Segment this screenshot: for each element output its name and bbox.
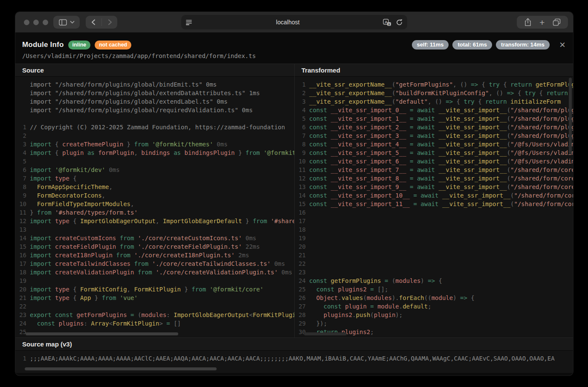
back-button[interactable]	[86, 18, 101, 26]
line-number: 14	[15, 234, 26, 242]
line-number: 21	[15, 294, 26, 302]
timing-total: total: 61ms	[452, 40, 492, 49]
navigation-group	[86, 16, 117, 29]
line-number: 18	[295, 225, 306, 234]
line-number: 10	[15, 200, 26, 208]
code-line: 8const __vite_ssr_import_4__ = await __v…	[295, 140, 573, 148]
line-number: 11	[295, 166, 306, 174]
line-content: __vite_ssr_exportName__("getFormPlugins"…	[309, 80, 573, 89]
line-content: const getFormPlugins = (modules) => {	[309, 276, 442, 285]
line-number: 1	[15, 123, 26, 131]
line-number: 24	[15, 319, 26, 328]
code-line: 21	[295, 251, 573, 259]
line-number: 19	[15, 276, 26, 285]
code-line: 4import { plugin as formPlugin, bindings…	[15, 148, 294, 157]
line-number: 28	[295, 311, 306, 319]
translate-button[interactable]: A x	[383, 19, 391, 26]
line-content: ;;;AAEA;AAAkC;AAAA;AAAA;AAAA;AAClC;AAEA;…	[30, 354, 555, 363]
line-content: import type {	[30, 174, 77, 183]
timing-badges: self: 11ms total: 61ms transform: 14ms ×	[412, 40, 565, 49]
reload-button[interactable]	[396, 19, 403, 26]
share-button[interactable]	[524, 18, 532, 26]
code-line: 10const __vite_ssr_import_6__ = await __…	[295, 157, 573, 166]
address-bar[interactable]: localhost A x	[181, 15, 407, 29]
line-content: const plugin = module.default;	[309, 302, 432, 311]
code-line: 2__vite_ssr_exportName__("buildFormKitPl…	[295, 89, 573, 97]
code-line: 9const __vite_ssr_import_5__ = await __v…	[295, 148, 573, 157]
window-controls	[24, 20, 48, 25]
module-info-header: Module Info inline not cached self: 11ms…	[15, 32, 573, 64]
code-line: 1// Copyright (C) 2012-2025 Zammad Found…	[15, 123, 294, 131]
code-line: 24 const plugins: Array<FormKitPlugin> =…	[15, 319, 294, 328]
code-line: import "/shared/form/plugins/global/bind…	[15, 80, 294, 89]
chevron-left-icon	[90, 18, 98, 26]
transformed-panel: Transformed 1__vite_ssr_exportName__("ge…	[294, 64, 573, 338]
line-number: 26	[295, 294, 306, 302]
line-number: 16	[295, 208, 306, 217]
code-line: 11const __vite_ssr_import_7__ = await __…	[295, 166, 573, 174]
code-line: 10 FormFieldTypeImportModules,	[15, 200, 294, 208]
code-line: 21import type { App } from 'vue'	[15, 294, 294, 302]
line-content: const __vite_ssr_import_7__ = await __vi…	[309, 166, 573, 174]
line-number: 15	[295, 200, 306, 208]
window-zoom-button[interactable]	[43, 20, 48, 25]
source-map-horizontal-scrollbar[interactable]	[25, 367, 217, 370]
code-line: 27 const plugin = module.default;	[295, 302, 573, 311]
source-code-area[interactable]: import "/shared/form/plugins/global/bind…	[15, 77, 294, 338]
window-minimize-button[interactable]	[33, 20, 39, 25]
chevron-down-icon	[70, 20, 75, 24]
code-line: 25 const plugins2 = [];	[295, 285, 573, 294]
line-number: 14	[295, 191, 306, 200]
line-content: import "/shared/form/plugins/global/requ…	[30, 106, 253, 114]
address-text[interactable]: localhost	[193, 19, 383, 26]
code-line: 16	[295, 208, 573, 217]
line-content: const __vite_ssr_import_3__ = await __vi…	[309, 131, 573, 140]
line-content: FormAppSpecificTheme,	[30, 183, 113, 191]
line-content: const __vite_ssr_import_8__ = await __vi…	[309, 174, 573, 183]
source-horizontal-scrollbar[interactable]	[26, 332, 178, 335]
reader-button[interactable]	[185, 19, 193, 26]
code-line: 29 });	[295, 319, 573, 328]
line-number: 10	[295, 157, 306, 166]
transformed-vertical-scrollbar[interactable]	[569, 78, 572, 154]
source-map-code-area[interactable]: 1;;;AAEA;AAAkC;AAAA;AAAA;AAAA;AAClC;AAEA…	[15, 351, 573, 363]
forward-button[interactable]	[102, 18, 117, 26]
tabs-icon	[553, 18, 561, 26]
line-content: Object.values(modules).forEach((module) …	[309, 294, 475, 302]
line-number: 7	[15, 174, 26, 183]
window-close-button[interactable]	[24, 20, 29, 25]
line-content: import createCustomIcons from './core/cr…	[30, 234, 256, 242]
line-number: 3	[295, 97, 306, 106]
line-number: 29	[295, 319, 306, 328]
code-line: 7import type {	[15, 174, 294, 183]
line-number: 17	[295, 217, 306, 225]
close-button[interactable]: ×	[559, 41, 565, 49]
sidebar-toggle-button[interactable]	[59, 19, 67, 26]
line-number	[15, 106, 26, 114]
line-number: 21	[295, 251, 306, 259]
tab-overview-button[interactable]	[553, 18, 561, 26]
browser-toolbar: localhost A x	[15, 12, 573, 32]
new-tab-button[interactable]: +	[539, 18, 545, 27]
line-number: 16	[15, 251, 26, 259]
line-number: 1	[15, 354, 26, 363]
transformed-code-area[interactable]: 1__vite_ssr_exportName__("getFormPlugins…	[295, 77, 573, 338]
line-content: const __vite_ssr_import_11__ = await __v…	[309, 200, 573, 208]
code-line: 17import createTailwindClasses from './c…	[15, 259, 294, 268]
transformed-panel-header: Transformed	[295, 64, 573, 77]
transformed-horizontal-scrollbar[interactable]	[304, 332, 347, 335]
line-content: import createValidationPlugin from './co…	[30, 268, 292, 276]
line-number: 15	[15, 242, 26, 251]
line-number: 6	[15, 166, 26, 174]
line-number: 27	[295, 302, 306, 311]
line-number: 5	[15, 157, 26, 166]
svg-text:A: A	[385, 19, 388, 24]
sidebar-menu-chevron[interactable]	[70, 20, 75, 24]
line-number: 4	[295, 106, 306, 114]
code-line: 5const __vite_ssr_import_1__ = await __v…	[295, 114, 573, 123]
line-number	[15, 89, 26, 97]
code-line: 19	[295, 234, 573, 242]
code-line: 12import type { ImportGlobEagerOutput, I…	[15, 217, 294, 225]
line-content: import type { FormKitConfig, FormKitPlug…	[30, 285, 264, 294]
code-line: import "/shared/form/plugins/global/exte…	[15, 89, 294, 97]
